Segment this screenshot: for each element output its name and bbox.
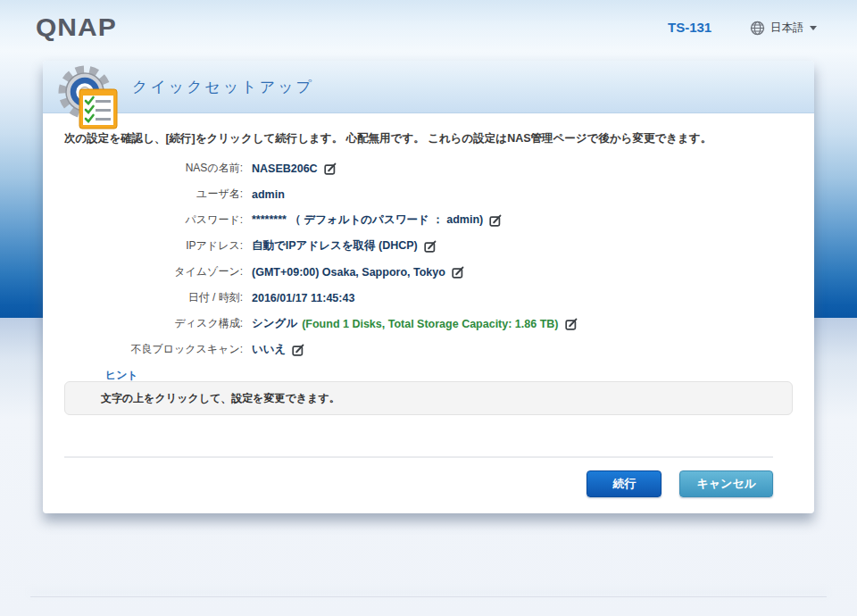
cancel-button[interactable]: キャンセル: [679, 470, 773, 497]
setting-label: 不良ブロックスキャン:: [64, 342, 243, 357]
intro-text: 次の設定を確認し、[続行]をクリックして続行します。 心配無用です。 これらの設…: [64, 131, 793, 146]
setting-value[interactable]: ******** （ デフォルトのパスワード ： admin): [252, 212, 483, 228]
quick-setup-panel: クイックセットアップ 次の設定を確認し、[続行]をクリックして続行します。 心配…: [43, 61, 814, 513]
setting-value[interactable]: いいえ: [252, 342, 286, 357]
hint-title: ヒント: [100, 368, 144, 383]
hint-text: 文字の上をクリックして、設定を変更できます。: [101, 391, 340, 406]
setting-value: admin: [252, 188, 285, 201]
panel-body: 次の設定を確認し、[続行]をクリックして続行します。 心配無用です。 これらの設…: [43, 113, 814, 497]
setting-note: (Found 1 Disks, Total Storage Capacity: …: [302, 318, 558, 330]
page-title: クイックセットアップ: [132, 61, 314, 113]
setting-value[interactable]: 自動でIPアドレスを取得 (DHCP): [252, 238, 418, 254]
setting-value[interactable]: シングル: [252, 316, 297, 331]
setting-row-password: パスワード: ******** （ デフォルトのパスワード ： admin): [64, 207, 793, 233]
button-area-divider: [64, 456, 773, 458]
model-name: TS-131: [668, 20, 711, 35]
setup-gear-checklist-icon: [55, 65, 129, 133]
footer-divider: [30, 596, 827, 597]
setting-row-username: ユーザ名: admin: [64, 181, 793, 207]
language-selector[interactable]: 日本語: [750, 18, 817, 37]
edit-icon[interactable]: [452, 266, 464, 279]
continue-button[interactable]: 続行: [587, 470, 661, 497]
top-bar: QNAP TS-131 日本語: [0, 0, 857, 52]
setting-value: 2016/01/17 11:45:43: [252, 292, 354, 304]
setting-label: タイムゾーン:: [64, 264, 243, 279]
edit-icon[interactable]: [424, 240, 437, 253]
setting-row-disk-config: ディスク構成: シングル (Found 1 Disks, Total Stora…: [64, 311, 793, 337]
setting-label: NASの名前:: [64, 161, 243, 176]
setting-row-bad-block-scan: 不良ブロックスキャン: いいえ: [64, 337, 793, 362]
action-buttons: 続行 キャンセル: [64, 470, 793, 497]
edit-icon[interactable]: [292, 344, 304, 356]
edit-icon[interactable]: [489, 214, 502, 227]
qnap-logo: QNAP: [36, 12, 117, 41]
globe-icon: [750, 21, 765, 36]
setting-label: ユーザ名:: [64, 187, 243, 202]
setting-row-datetime: 日付 / 時刻: 2016/01/17 11:45:43: [64, 285, 793, 311]
language-label: 日本語: [770, 21, 804, 36]
setting-row-timezone: タイムゾーン: (GMT+09:00) Osaka, Sapporo, Toky…: [64, 259, 793, 285]
setting-label: パスワード:: [64, 212, 243, 228]
setting-value[interactable]: NASEB206C: [252, 162, 318, 175]
edit-icon[interactable]: [324, 162, 337, 175]
hint-box: 文字の上をクリックして、設定を変更できます。: [64, 381, 793, 415]
setting-value[interactable]: (GMT+09:00) Osaka, Sapporo, Tokyo: [252, 266, 445, 279]
edit-icon[interactable]: [565, 318, 578, 330]
chevron-down-icon: [810, 26, 817, 30]
setting-label: ディスク構成:: [64, 316, 243, 331]
setting-label: IPアドレス:: [64, 238, 243, 254]
setting-label: 日付 / 時刻:: [64, 290, 243, 305]
settings-list: NASの名前: NASEB206C ユーザ名: admin パスワード: ***…: [64, 155, 793, 362]
panel-header: クイックセットアップ: [43, 61, 814, 113]
setting-row-ip-address: IPアドレス: 自動でIPアドレスを取得 (DHCP): [64, 233, 793, 259]
setting-row-nas-name: NASの名前: NASEB206C: [64, 155, 793, 181]
hint-section: ヒント 文字の上をクリックして、設定を変更できます。: [64, 366, 793, 415]
